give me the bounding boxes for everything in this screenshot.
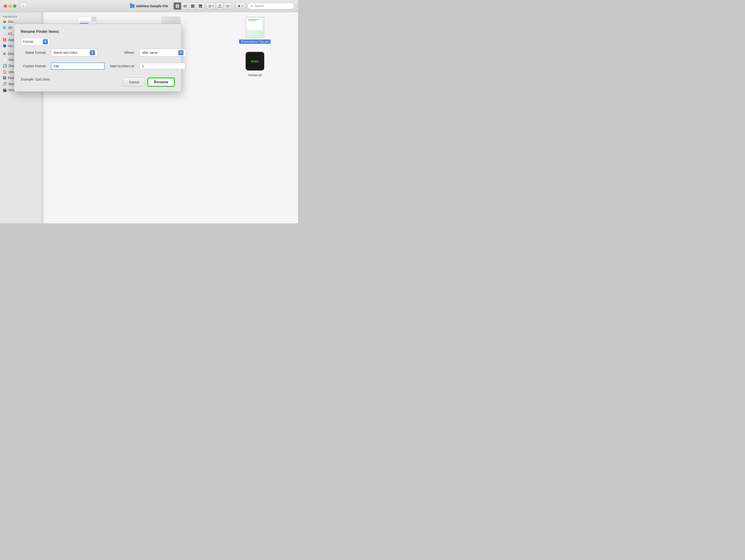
where-value: after name (142, 51, 177, 55)
svg-rect-6 (184, 7, 187, 7)
back-icon: ‹ (23, 4, 24, 8)
where-label: Where: (109, 51, 135, 55)
rename-button[interactable]: Rename (148, 77, 175, 87)
start-numbers-input[interactable] (139, 63, 185, 69)
format-row: Format (21, 38, 175, 45)
cancel-button[interactable]: Cancel (123, 77, 145, 87)
pictures-icon: 🖼 (3, 76, 6, 80)
name-format-stepper (90, 50, 95, 55)
where-select[interactable]: after name (139, 48, 186, 57)
share-button[interactable] (216, 3, 224, 9)
search-box[interactable] (248, 3, 294, 9)
name-format-value: Name and Index (54, 51, 89, 55)
ppt-file-icon (245, 17, 265, 38)
svg-rect-5 (184, 6, 187, 6)
file-label-rpt: Sample.rpt (248, 73, 262, 77)
sidebar-favorites-header: Favorites (0, 14, 42, 19)
all-icon: 🌐 (3, 26, 6, 29)
svg-marker-28 (180, 51, 182, 53)
traffic-lights (4, 4, 16, 8)
example-text: Example: Cat1.xlsm (21, 77, 50, 81)
back-button[interactable]: ‹ (20, 3, 27, 9)
close-button[interactable] (4, 4, 7, 8)
downloads-icon: ⬇️ (3, 64, 7, 68)
column-view-button[interactable] (189, 3, 197, 9)
user-icon: 🏠 (3, 70, 7, 74)
arrange-chevron: ▾ (213, 5, 214, 7)
folder-icon (130, 4, 135, 8)
svg-rect-2 (176, 6, 177, 8)
svg-line-23 (252, 6, 253, 7)
where-row: Where: after name (109, 48, 186, 57)
rename-dialog: Rename Finder Items: Format Name Format:… (14, 24, 182, 92)
svg-point-19 (226, 5, 229, 7)
window-title: wikiHow Sample File (130, 4, 168, 8)
title-bar: ‹ wikiHow Sample File ▾ (0, 0, 298, 12)
format-stepper-icon (43, 39, 48, 44)
where-stepper (178, 50, 184, 55)
svg-marker-27 (92, 53, 93, 54)
svg-rect-9 (193, 4, 194, 8)
name-format-row: Name Format: Name and Index (21, 48, 104, 57)
svg-rect-1 (177, 4, 179, 6)
search-input[interactable] (255, 4, 291, 8)
music-icon: 🎵 (3, 82, 7, 86)
custom-format-input[interactable] (51, 63, 104, 70)
custom-format-row: Custom Format: (21, 63, 104, 70)
start-numbers-row: Start numbers at: (109, 63, 186, 70)
google-icon: 🔵 (3, 44, 6, 47)
apps-icon: 🅰️ (3, 38, 6, 41)
exec-icon-rpt: exec (246, 52, 264, 70)
svg-point-22 (251, 5, 252, 6)
documents-icon: 📄 (3, 58, 7, 62)
maximize-button[interactable] (13, 4, 16, 8)
icloud-icon: ☁️ (3, 32, 6, 35)
file-item-ppt[interactable]: Presentations-Tips.ppt (216, 17, 293, 44)
svg-rect-4 (184, 5, 187, 5)
window-title-text: wikiHow Sample File (136, 4, 168, 8)
svg-marker-26 (92, 51, 93, 53)
svg-marker-29 (180, 53, 182, 54)
start-numbers-label: Start numbers at: (109, 64, 135, 68)
custom-format-label: Custom Format: (21, 64, 46, 68)
svg-rect-13 (201, 6, 202, 8)
rpt-file-icon: exec (245, 51, 265, 72)
file-item-rpt[interactable]: exec Sample.rpt (216, 51, 293, 77)
name-format-select[interactable]: Name and Index (51, 48, 98, 57)
svg-rect-8 (192, 4, 193, 8)
form-grid: Name Format: Name and Index Where: after… (21, 48, 175, 73)
svg-rect-7 (191, 4, 192, 8)
minimize-button[interactable] (8, 4, 12, 8)
svg-rect-3 (177, 6, 179, 8)
list-view-button[interactable] (181, 3, 189, 9)
svg-marker-24 (44, 40, 46, 41)
arrange-button[interactable]: ▾ (206, 3, 216, 9)
dropbox-button[interactable]: ▾ (235, 3, 245, 9)
svg-rect-12 (200, 6, 201, 8)
gallery-view-button[interactable] (197, 3, 204, 9)
icon-view-button[interactable] (174, 3, 181, 9)
dialog-buttons: Cancel Rename (123, 77, 175, 87)
dropbox-icon: 📦 (3, 20, 6, 23)
tag-button[interactable] (224, 3, 232, 9)
svg-rect-0 (176, 4, 177, 6)
desktop-icon: 🖥 (3, 52, 6, 56)
finder-window: ‹ wikiHow Sample File ▾ (0, 0, 298, 223)
dialog-title: Rename Finder Items: (21, 30, 175, 34)
format-select-text: Format (23, 40, 41, 43)
file-label-ppt: Presentations-Tips.ppt (239, 40, 271, 44)
svg-marker-25 (44, 42, 46, 43)
movies-icon: 🎬 (3, 88, 7, 92)
svg-marker-21 (238, 6, 240, 7)
svg-rect-10 (199, 4, 202, 6)
view-group (173, 2, 204, 10)
name-format-label: Name Format: (21, 51, 46, 55)
svg-rect-11 (199, 6, 200, 8)
format-select[interactable]: Format (21, 38, 50, 45)
